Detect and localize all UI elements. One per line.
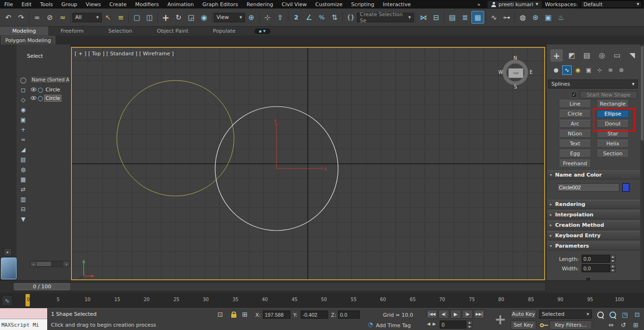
menu-group[interactable]: Group (57, 0, 82, 9)
absolute-relative-coords-icon[interactable]: ⊞ (242, 311, 248, 318)
button-arc[interactable]: Arc (559, 120, 591, 128)
unlink-selection-icon[interactable]: ⊘ (44, 11, 56, 24)
button-line[interactable]: Line (559, 100, 591, 108)
selection-region-icon[interactable]: ▢ (131, 11, 143, 24)
time-tag-icon[interactable]: ◔ (368, 321, 373, 328)
menu-modifiers[interactable]: Modifiers (131, 0, 163, 9)
width-spinner[interactable]: ▲▼ (610, 264, 616, 272)
display-materials-icon[interactable]: ◍ (18, 164, 28, 174)
play-button[interactable]: ▶ (450, 310, 461, 319)
rollout-parameters[interactable]: ▾ Parameters (548, 241, 640, 250)
isolate-selection-icon[interactable]: ⊡ (218, 311, 223, 318)
keyboard-override-icon[interactable]: ⇧ (274, 11, 287, 24)
previous-key-icon[interactable]: ◀ (427, 321, 430, 326)
percent-snap-icon[interactable]: % (315, 11, 328, 24)
button-egg[interactable]: Egg (559, 150, 591, 158)
rendered-frame-window-icon[interactable]: ▣ (542, 11, 555, 24)
start-new-shape-checkbox[interactable]: ✓ (571, 92, 577, 98)
spinner-down-icon[interactable]: ▼ (467, 325, 472, 329)
undo-icon[interactable]: ↶ (2, 11, 15, 24)
zoom-extents-icon[interactable]: ◳ (619, 310, 630, 319)
visibility-eye-icon[interactable] (31, 88, 36, 91)
modify-tab-icon[interactable]: ◩ (566, 49, 578, 62)
menu-edit[interactable]: Edit (17, 0, 35, 9)
maxscript-mini-listener[interactable]: MAXScript Mi (0, 308, 48, 330)
compass-north[interactable]: N (513, 55, 517, 61)
display-lights-icon[interactable]: ◉ (18, 105, 28, 115)
object-name-field[interactable] (557, 183, 619, 192)
previous-frame-button[interactable]: ◀| (438, 310, 449, 319)
time-slider-track[interactable]: 0 / 100 (12, 282, 546, 291)
viewcube-compass[interactable]: N W E S TOP (497, 54, 533, 90)
length-spinner[interactable]: ▲▼ (610, 255, 616, 263)
shape-category-dropdown[interactable]: Splines ▼ (548, 80, 638, 89)
selection-lock-icon[interactable] (231, 314, 236, 318)
select-by-name-icon[interactable]: ≡ (114, 11, 127, 24)
compass-west[interactable]: W (498, 70, 503, 75)
tab-freeform[interactable]: Freeform (48, 27, 96, 36)
maximize-viewport-icon[interactable]: ⊞ (630, 321, 641, 330)
track-bar[interactable]: ∿ 0 5 10 15 20 25 30 35 40 45 50 55 60 6… (0, 293, 644, 308)
rollout-creation-method[interactable]: ▸ Creation Method (548, 221, 640, 230)
move-cross-icon[interactable]: + (492, 311, 509, 328)
edit-named-selection-sets-icon[interactable]: {} (344, 11, 357, 24)
scrollbar-thumb[interactable] (641, 46, 644, 141)
display-tab-icon[interactable]: ▭ (611, 49, 623, 62)
menu-rendering[interactable]: Rendering (243, 0, 278, 9)
button-circle[interactable]: Circle (559, 110, 591, 118)
hierarchy-tab-icon[interactable]: ▤ (581, 49, 593, 62)
zoom-region-icon[interactable]: ⊡ (632, 310, 643, 319)
explorer-horizontal-scrollbar[interactable]: ‹ › (30, 261, 70, 267)
button-rectangle[interactable]: Rectangle (597, 100, 629, 108)
curve-editor-icon[interactable]: ∿ (487, 11, 500, 24)
spinner-up-icon[interactable]: ▲ (610, 264, 616, 268)
viewport-layout-thumbnail[interactable] (1, 258, 17, 279)
display-children-icon[interactable]: ▥ (18, 194, 28, 204)
schematic-view-icon[interactable]: ⊶ (500, 11, 513, 24)
listener-pane[interactable]: MAXScript Mi (0, 319, 47, 330)
viewcube-top-face[interactable]: TOP (508, 68, 523, 78)
menu-civil-view[interactable]: Civil View (278, 0, 311, 9)
menu-animation[interactable]: Animation (163, 0, 198, 9)
selection-set-key-dropdown[interactable]: Selected ▼ (539, 310, 592, 319)
list-item-circle-2-selected[interactable]: ◯ Circle (30, 94, 70, 102)
window-crossing-icon[interactable]: ◫ (143, 11, 156, 24)
ribbon-display-toggle[interactable]: ▼ (254, 28, 270, 34)
display-bones-icon[interactable]: ◢ (18, 144, 28, 154)
workspace-dropdown[interactable]: Default ▼ (581, 0, 642, 8)
spline-circle-001[interactable] (117, 80, 234, 196)
user-account-menu[interactable]: preeti kumari ▼ (487, 1, 542, 8)
pick-filter-icon[interactable]: ▼ (18, 214, 28, 224)
spinner-down-icon[interactable]: ▼ (610, 259, 616, 263)
viewport-pov-menu[interactable]: [ Top ] (88, 51, 104, 57)
button-donut[interactable]: Donut (597, 120, 629, 128)
orbit-icon[interactable]: ↺ (618, 321, 629, 330)
render-setup-icon[interactable]: ⊛ (529, 11, 542, 24)
sync-selection-icon[interactable]: ⇄ (18, 184, 28, 194)
select-and-link-icon[interactable]: ∞ (31, 11, 44, 24)
x-coordinate-field[interactable] (263, 311, 290, 319)
shapes-category-icon[interactable]: ∿ (562, 65, 572, 75)
menu-graph-editors[interactable]: Graph Editors (198, 0, 243, 9)
display-shapes-icon[interactable]: ◇ (18, 95, 28, 105)
y-coordinate-field[interactable] (301, 311, 328, 319)
width-field[interactable] (582, 264, 610, 272)
rollout-name-and-color[interactable]: ▾ Name and Color (548, 170, 640, 179)
viewport-general-menu[interactable]: [ + ] (75, 51, 87, 57)
tab-selection[interactable]: Selection (96, 27, 145, 36)
length-field[interactable] (582, 255, 610, 263)
display-geometry-icon[interactable]: ◻ (18, 85, 28, 95)
render-production-icon[interactable]: ♨ (555, 11, 567, 24)
time-slider-handle[interactable]: 0 / 100 (14, 283, 70, 290)
rollout-rendering[interactable]: ▸ Rendering (548, 200, 640, 209)
display-cameras-icon[interactable]: ▣ (18, 115, 28, 125)
display-containers-icon[interactable]: ▤ (18, 154, 28, 164)
cameras-category-icon[interactable]: ▣ (584, 65, 593, 75)
display-helpers-icon[interactable]: + (18, 125, 28, 134)
select-and-manipulate-icon[interactable]: ⊹ (261, 11, 274, 24)
display-groups-icon[interactable]: ▦ (18, 174, 28, 184)
frame-spinner[interactable]: ▲▼ (467, 321, 472, 329)
menu-tools[interactable]: Tools (36, 0, 57, 9)
button-section[interactable]: Section (597, 150, 629, 158)
helpers-category-icon[interactable]: ⊹ (595, 65, 604, 75)
